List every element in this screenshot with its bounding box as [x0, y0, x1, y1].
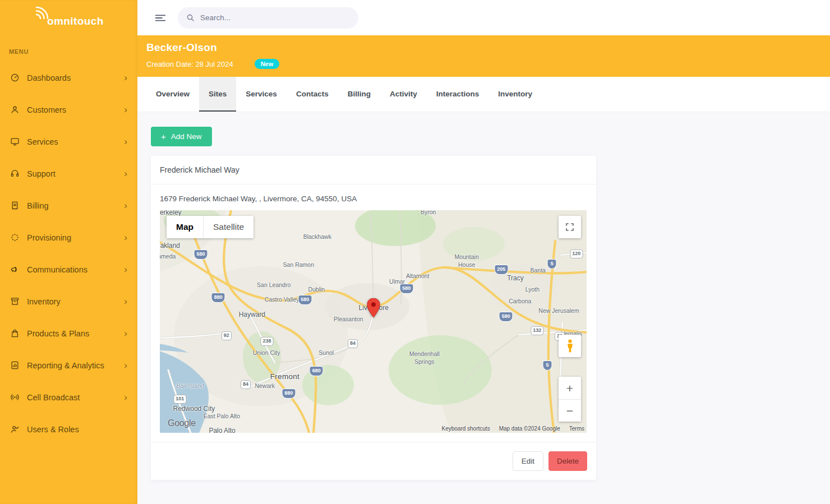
map-attribution: Keyboard shortcuts Map data ©2024 Google… [441, 426, 584, 432]
edit-button[interactable]: Edit [513, 451, 543, 471]
highway-shield-880: 880 [212, 293, 225, 302]
sidebar-item-communications[interactable]: Communications› [0, 253, 137, 285]
app-window: omnitouch MENU Dashboards›Customers›Serv… [0, 0, 830, 504]
sidebar-item-customers[interactable]: Customers› [0, 94, 137, 126]
chevron-right-icon: › [124, 297, 127, 306]
highway-shield-580: 580 [400, 284, 413, 293]
highway-shield-92: 92 [222, 331, 232, 340]
map-label-mendenhall-springs: MendenhallSprings [409, 350, 440, 366]
chevron-right-icon: › [124, 201, 127, 210]
map-label-tracy: Tracy [507, 274, 524, 283]
sidebar-item-label: Billing [27, 201, 119, 210]
sidebar-item-products-plans[interactable]: Products & Plans› [0, 317, 137, 349]
google-map[interactable]: BerkeleyOaklandAlamedaDanvilleBlackhawkB… [160, 210, 587, 433]
sidebar-item-provisioning[interactable]: Provisioning› [0, 221, 137, 253]
chevron-right-icon: › [124, 73, 127, 82]
sidebar-item-services[interactable]: Services› [0, 126, 137, 158]
sidebar-item-dashboards[interactable]: Dashboards› [0, 62, 137, 94]
highway-shield-5: 5 [548, 260, 556, 269]
gauge-icon [10, 73, 20, 83]
highway-shield-5: 5 [543, 361, 551, 370]
users-icon [10, 424, 20, 434]
app-logo[interactable]: omnitouch [0, 0, 137, 36]
site-card-title: Frederick Michael Way [151, 156, 596, 184]
highway-shield-101: 101 [173, 395, 186, 404]
highway-shield-84: 84 [348, 339, 358, 348]
site-address: 1679 Frederick Michael Way, , Livermore,… [160, 195, 587, 203]
sidebar-item-inventory[interactable]: Inventory› [0, 285, 137, 317]
add-new-button[interactable]: + Add New [151, 127, 212, 146]
map-label-carbona: Carbona [509, 298, 531, 306]
map-type-satellite[interactable]: Satellite [204, 216, 253, 238]
tab-services[interactable]: Services [236, 77, 287, 112]
sidebar-item-label: Cell Broadcast [27, 393, 119, 402]
map-label-alameda: Alameda [160, 253, 176, 261]
sidebar-item-billing[interactable]: Billing› [0, 189, 137, 221]
map-label-mountain-house: MountainHouse [455, 254, 479, 269]
google-logo[interactable]: Google [168, 418, 196, 428]
sidebar-item-label: Users & Roles [27, 425, 127, 434]
highway-shield-580: 580 [195, 250, 208, 259]
pegman-icon[interactable] [559, 335, 581, 357]
sidebar-item-label: Support [27, 169, 119, 178]
chevron-right-icon: › [124, 105, 127, 114]
map-label-dublin: Dublin [308, 286, 325, 294]
search-input[interactable] [178, 7, 358, 29]
zoom-in-button[interactable]: + [559, 377, 581, 399]
map-type-map[interactable]: Map [167, 216, 204, 238]
sidebar-item-cell-broadcast[interactable]: Cell Broadcast› [0, 381, 137, 413]
fullscreen-icon[interactable] [559, 216, 581, 238]
tab-sites[interactable]: Sites [199, 77, 236, 112]
global-search [178, 7, 358, 29]
sidebar-item-reporting-analytics[interactable]: Reporting & Analytics› [0, 349, 137, 381]
sidebar-item-support[interactable]: Support› [0, 158, 137, 189]
tab-contacts[interactable]: Contacts [287, 77, 338, 112]
keyboard-shortcuts-link[interactable]: Keyboard shortcuts [441, 426, 490, 432]
sidebar-item-label: Customers [27, 105, 119, 114]
tab-billing[interactable]: Billing [338, 77, 380, 112]
chevron-right-icon: › [124, 360, 127, 370]
search-icon [186, 13, 195, 24]
invoice-icon [10, 201, 20, 211]
highway-shield-84: 84 [241, 380, 251, 389]
zoom-out-button[interactable]: − [559, 399, 581, 422]
archive-icon [10, 297, 20, 307]
map-label-banta: Banta [531, 267, 546, 275]
page-header-banner: Becker-Olson Creation Date: 28 Jul 2024 … [137, 35, 830, 77]
map-label-palo-alto: Palo Alto [209, 427, 235, 433]
tab-inventory[interactable]: Inventory [488, 77, 542, 112]
terms-link[interactable]: Terms [569, 426, 584, 432]
map-label-lyoth: Lyoth [525, 286, 540, 294]
sidebar-menu-title: MENU [0, 36, 137, 62]
broadcast-icon [10, 392, 20, 403]
highway-shield-132: 132 [531, 326, 543, 335]
megaphone-icon [10, 265, 20, 275]
highway-shield-238: 238 [260, 337, 273, 346]
map-label-sunol: Sunol [319, 349, 334, 357]
map-label-new-jerusalem: New Jerusalem [538, 307, 579, 315]
monitor-icon [10, 137, 20, 147]
sidebar: omnitouch MENU Dashboards›Customers›Serv… [0, 0, 137, 504]
plus-icon: + [161, 132, 166, 141]
sidebar-item-users-roles[interactable]: Users & Roles [0, 413, 137, 445]
headset-icon [10, 169, 20, 179]
map-marker-icon[interactable] [367, 298, 380, 320]
highway-shield-120: 120 [570, 249, 583, 258]
map-label-union-city: Union City [253, 349, 280, 357]
report-icon [10, 360, 20, 371]
add-new-label: Add New [171, 132, 202, 141]
chevron-right-icon: › [124, 137, 127, 146]
site-card: Frederick Michael Way 1679 Frederick Mic… [151, 156, 596, 480]
tab-activity[interactable]: Activity [380, 77, 427, 112]
tab-interactions[interactable]: Interactions [427, 77, 489, 112]
topbar [137, 0, 830, 35]
user-icon [10, 105, 20, 115]
map-data-copyright: Map data ©2024 Google [499, 426, 560, 432]
map-label-newark: Newark [255, 382, 275, 390]
status-badge: New [255, 59, 280, 69]
delete-button[interactable]: Delete [548, 451, 587, 471]
hamburger-menu-icon[interactable] [152, 10, 169, 26]
sidebar-item-label: Provisioning [27, 233, 119, 242]
highway-shield-680: 680 [310, 367, 323, 376]
tab-overview[interactable]: Overview [146, 77, 199, 112]
